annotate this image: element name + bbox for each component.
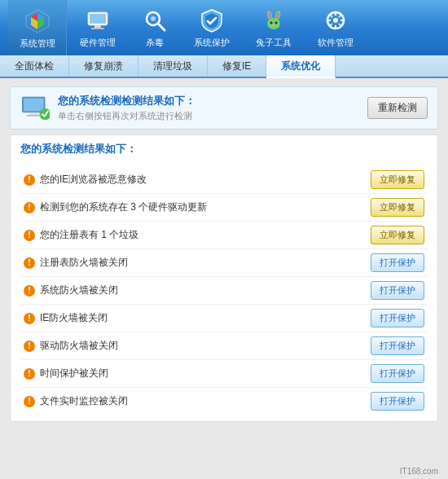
issue-left: !检测到您的系统存在 3 个硬件驱动更新 [24,200,371,214]
warning-icon: ! [24,202,35,213]
issue-row: !时间保护被关闭打开保护 [20,360,428,388]
nav-item-protection[interactable]: 系统保护 [181,0,243,55]
action-button-0[interactable]: 立即修复 [371,170,424,189]
svg-rect-6 [90,14,106,24]
tab-fix-ie[interactable]: 修复IE [208,55,266,77]
action-button-4[interactable]: 打开保护 [371,281,424,300]
issue-text: 时间保护被关闭 [40,367,108,380]
tab-optimize[interactable]: 系统优化 [266,55,336,78]
action-button-5[interactable]: 打开保护 [371,309,424,327]
issue-left: !IE防火墙被关闭 [24,311,371,325]
warning-icon: ! [24,396,35,407]
rescan-button[interactable]: 重新检测 [367,97,428,119]
action-button-6[interactable]: 打开保护 [371,336,424,355]
tab-full-check[interactable]: 全面体检 [0,55,69,77]
svg-rect-31 [24,98,44,111]
svg-point-19 [272,24,275,26]
warning-icon: ! [24,368,35,380]
issue-left: !时间保护被关闭 [24,367,371,380]
svg-point-17 [270,21,273,24]
nav-label-rabbit: 兔子工具 [256,37,292,49]
warning-icon: ! [24,341,35,352]
warning-icon: ! [24,230,35,241]
svg-point-21 [333,18,338,23]
summary-title: 您的系统检测检测结果如下： [58,94,195,108]
rabbit-icon [261,7,287,33]
tab-bar: 全面体检 修复崩溃 清理垃圾 修复IE 系统优化 [0,55,448,78]
issue-row: !系统防火墙被关闭打开保护 [20,277,428,305]
issue-row: !检测到您的系统存在 3 个硬件驱动更新立即修复 [20,194,428,222]
issue-row: !文件实时监控被关闭打开保护 [20,388,428,415]
issue-row: !IE防火墙被关闭打开保护 [20,305,428,332]
nav-item-rabbit[interactable]: 兔子工具 [243,0,305,55]
issue-left: !您的注册表有 1 个垃圾 [24,228,371,242]
issue-left: !驱动防火墙被关闭 [24,339,371,353]
action-button-7[interactable]: 打开保护 [371,364,424,383]
issue-left: !系统防火墙被关闭 [24,283,371,297]
nav-label-kill: 杀毒 [146,37,164,49]
issue-left: !您的IE浏览器被恶意修改 [24,173,371,187]
issue-text: 检测到您的系统存在 3 个硬件驱动更新 [40,200,207,214]
issue-text: IE防火墙被关闭 [40,311,108,325]
tab-clean-junk[interactable]: 清理垃圾 [138,55,208,77]
svg-rect-7 [94,25,101,28]
main-content: 您的系统检测结果如下： !您的IE浏览器被恶意修改立即修复!检测到您的系统存在 … [10,134,438,422]
action-button-8[interactable]: 打开保护 [371,392,424,411]
nav-label-protection: 系统保护 [194,37,230,49]
issue-text: 您的注册表有 1 个垃圾 [40,228,138,242]
watermark: IT168.com [400,467,438,476]
issue-text: 驱动防火墙被关闭 [40,339,118,353]
nav-item-kill[interactable]: 杀毒 [129,0,181,55]
issues-list: !您的IE浏览器被恶意修改立即修复!检测到您的系统存在 3 个硬件驱动更新立即修… [20,166,428,415]
nav-label-software: 软件管理 [318,37,354,49]
nav-item-software[interactable]: 软件管理 [305,0,367,55]
issue-text: 文件实时监控被关闭 [40,394,128,408]
top-navigation: 系统管理 硬件管理 杀毒 [0,0,448,55]
issue-left: !注册表防火墙被关闭 [24,256,371,270]
summary-computer-icon [20,95,50,121]
svg-line-28 [339,15,341,17]
svg-rect-8 [91,28,104,29]
nav-label-hardware: 硬件管理 [80,37,116,49]
svg-rect-34 [26,115,41,116]
svg-point-12 [267,18,280,29]
issue-row: !注册表防火墙被关闭打开保护 [20,249,428,277]
svg-point-18 [275,21,278,24]
warning-icon: ! [24,257,35,269]
summary-text-block: 您的系统检测检测结果如下： 单击右侧按钮再次对系统进行检测 [58,94,195,122]
issue-row: !您的注册表有 1 个垃圾立即修复 [20,222,428,249]
software-icon [323,7,349,33]
svg-line-26 [330,15,332,17]
summary-subtitle: 单击右侧按钮再次对系统进行检测 [58,110,195,122]
section-title: 您的系统检测结果如下： [20,142,428,160]
nav-item-hardware[interactable]: 硬件管理 [67,0,129,55]
nav-items: 硬件管理 杀毒 系统保护 [67,0,440,55]
svg-line-27 [339,24,341,26]
logo-label: 系统管理 [20,37,55,50]
summary-left: 您的系统检测检测结果如下： 单击右侧按钮再次对系统进行检测 [20,94,195,122]
svg-point-11 [151,16,156,21]
issue-row: !您的IE浏览器被恶意修改立即修复 [20,166,428,194]
kill-icon [142,7,168,33]
summary-box: 您的系统检测检测结果如下： 单击右侧按钮再次对系统进行检测 重新检测 [10,86,438,130]
issue-text: 系统防火墙被关闭 [40,283,118,297]
hardware-icon [85,7,111,33]
issue-text: 注册表防火墙被关闭 [40,256,128,270]
warning-icon: ! [24,174,35,186]
svg-line-29 [330,24,332,26]
issue-text: 您的IE浏览器被恶意修改 [40,173,147,187]
warning-icon: ! [24,313,35,324]
tab-fix-crash[interactable]: 修复崩溃 [69,55,138,77]
issue-left: !文件实时监控被关闭 [24,394,371,408]
action-button-2[interactable]: 立即修复 [371,226,424,244]
logo-icon [23,7,52,36]
svg-rect-33 [29,112,38,115]
issue-row: !驱动防火墙被关闭打开保护 [20,332,428,360]
logo-area[interactable]: 系统管理 [8,0,67,55]
action-button-3[interactable]: 打开保护 [371,253,424,272]
protection-icon [199,7,225,33]
warning-icon: ! [24,285,35,297]
action-button-1[interactable]: 立即修复 [371,198,424,217]
svg-line-10 [158,24,165,30]
